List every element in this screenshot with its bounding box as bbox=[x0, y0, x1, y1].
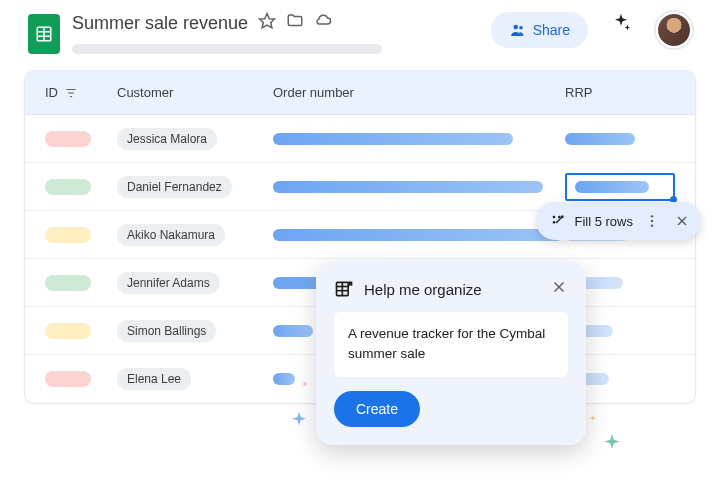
prompt-input[interactable]: A revenue tracker for the Cymbal summer … bbox=[334, 312, 568, 377]
svg-marker-4 bbox=[260, 14, 275, 28]
customer-chip[interactable]: Simon Ballings bbox=[117, 320, 216, 342]
sparkle-decor-icon bbox=[300, 380, 310, 390]
create-button[interactable]: Create bbox=[334, 391, 420, 427]
svg-point-15 bbox=[651, 220, 653, 222]
customer-chip[interactable]: Elena Lee bbox=[117, 368, 191, 390]
fill-rows-label[interactable]: Fill 5 rows bbox=[574, 214, 633, 229]
sparkle-decor-icon bbox=[288, 410, 310, 432]
help-me-organize-card: Help me organize A revenue tracker for t… bbox=[316, 262, 586, 445]
rrp-value-bar bbox=[565, 133, 635, 145]
column-header-customer[interactable]: Customer bbox=[117, 85, 273, 100]
id-pill bbox=[45, 227, 91, 243]
more-icon[interactable] bbox=[641, 210, 663, 232]
close-chip-icon[interactable] bbox=[671, 210, 693, 232]
column-header-rrp[interactable]: RRP bbox=[565, 85, 695, 100]
order-value-bar bbox=[273, 373, 295, 385]
order-value-bar bbox=[273, 325, 313, 337]
share-button[interactable]: Share bbox=[491, 12, 588, 48]
people-icon bbox=[509, 21, 527, 39]
svg-point-5 bbox=[513, 25, 518, 30]
card-title: Help me organize bbox=[364, 281, 540, 298]
svg-point-6 bbox=[519, 26, 523, 30]
folder-icon[interactable] bbox=[286, 12, 304, 34]
star-icon[interactable] bbox=[258, 12, 276, 34]
organize-icon bbox=[334, 279, 354, 299]
sparkle-icon[interactable] bbox=[610, 12, 632, 38]
order-value-bar bbox=[273, 229, 563, 241]
document-title[interactable]: Summer sale revenue bbox=[72, 13, 248, 34]
customer-chip[interactable]: Daniel Fernandez bbox=[117, 176, 232, 198]
selected-cell[interactable] bbox=[565, 173, 675, 201]
close-icon[interactable] bbox=[550, 278, 568, 300]
customer-chip[interactable]: Akiko Nakamura bbox=[117, 224, 225, 246]
wand-icon bbox=[550, 213, 566, 229]
svg-point-14 bbox=[651, 215, 653, 217]
cloud-icon[interactable] bbox=[314, 12, 332, 34]
filter-icon bbox=[64, 86, 78, 100]
rrp-value-bar bbox=[575, 181, 649, 193]
sparkle-decor-icon bbox=[600, 432, 624, 456]
sparkle-decor-icon bbox=[588, 414, 598, 424]
menu-bar-placeholder bbox=[72, 44, 382, 54]
svg-point-11 bbox=[554, 222, 555, 223]
share-label: Share bbox=[533, 22, 570, 38]
column-header-id[interactable]: ID bbox=[25, 85, 117, 100]
id-pill bbox=[45, 323, 91, 339]
id-pill bbox=[45, 179, 91, 195]
customer-chip[interactable]: Jessica Malora bbox=[117, 128, 217, 150]
svg-point-10 bbox=[554, 216, 555, 217]
id-pill bbox=[45, 131, 91, 147]
column-header-order[interactable]: Order number bbox=[273, 85, 565, 100]
id-pill bbox=[45, 371, 91, 387]
table-row[interactable]: Jessica Malora bbox=[25, 115, 695, 163]
svg-point-16 bbox=[651, 224, 653, 226]
fill-rows-chip: Fill 5 rows bbox=[536, 202, 701, 240]
id-pill bbox=[45, 275, 91, 291]
sheets-logo bbox=[28, 14, 60, 54]
order-value-bar bbox=[273, 181, 543, 193]
customer-chip[interactable]: Jennifer Adams bbox=[117, 272, 220, 294]
order-value-bar bbox=[273, 133, 513, 145]
svg-point-12 bbox=[559, 216, 560, 217]
table-header: ID Customer Order number RRP bbox=[25, 71, 695, 115]
user-avatar[interactable] bbox=[656, 12, 692, 48]
